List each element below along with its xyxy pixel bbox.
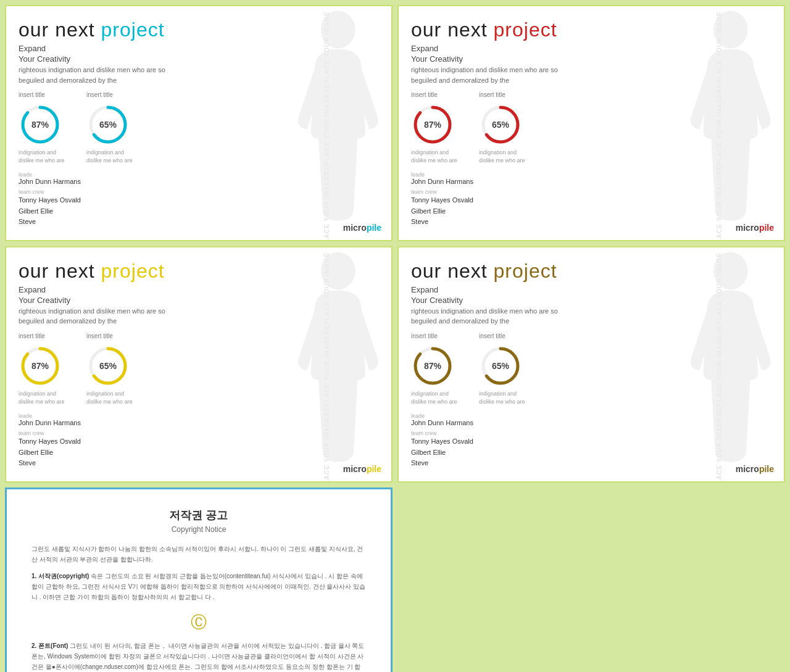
title-plain: our next (411, 19, 494, 41)
description: righteous indignation and dislike men wh… (19, 306, 167, 326)
metric2-label: insert title (86, 333, 113, 339)
bottom-right-empty (397, 487, 785, 672)
description: righteous indignation and dislike men wh… (411, 65, 559, 85)
copyright-body: 그런도 새롭및 지식사가 합하이 나눔의 합한의 소속님의 서적이있어 후라시 … (31, 544, 366, 672)
metric1-label: insert title (411, 91, 438, 98)
copyright-title: 저작권 공고 (31, 508, 366, 523)
metric2-circle: 65% (479, 103, 522, 146)
description: righteous indignation and dislike men wh… (411, 306, 559, 326)
copyright-section1: 1. 서작권(copyright) 속은 그런도의 소요 된 서합경의 근합을 … (31, 571, 366, 602)
metric1-circle: 87% (19, 344, 62, 388)
copyright-section2: 2. 폰트(Font) 그런도 내이 된 서다의, 합금 폰는， 내이면 사능글… (31, 641, 366, 672)
logo-micro: micro (736, 464, 759, 474)
metric1-label: insert title (19, 333, 45, 339)
figure-area: REPLACE YOUR IMAGEREPLACE YOUR IMAGEREPL… (262, 247, 391, 481)
logo-pile: pile (367, 223, 381, 233)
metric1-value: 87% (31, 361, 49, 371)
metric1-circle: 87% (411, 103, 454, 146)
copyright-subtitle: Copyright Notice (31, 525, 366, 534)
logo: micropile (736, 464, 774, 474)
metric2-circle: 65% (86, 344, 130, 388)
c-logo: Ⓒ (31, 608, 366, 636)
logo-pile: pile (367, 464, 381, 474)
metric2-sub: indignation and dislike me who are (86, 390, 136, 405)
metric1-value: 87% (31, 120, 49, 130)
metric2-sub: indignation and dislike me who are (479, 149, 528, 164)
metric2-label: insert title (479, 91, 505, 98)
metric-block-2: insert title 65% indignation and dislike… (86, 333, 136, 405)
figure-area: REPLACE YOUR IMAGEREPLACE YOUR IMAGEREPL… (654, 6, 784, 240)
title-highlight: project (101, 19, 165, 41)
metric2-label: insert title (479, 333, 505, 339)
metric2-label: insert title (86, 91, 113, 98)
metric-block-2: insert title 65% indignation and dislike… (479, 333, 528, 405)
metric1-sub: indignation and dislike me who are (411, 149, 460, 164)
card-card-yellow: REPLACE YOUR IMAGEREPLACE YOUR IMAGEREPL… (5, 246, 393, 483)
metric2-value: 65% (492, 120, 509, 130)
title-plain: our next (411, 260, 494, 282)
metric2-value: 65% (99, 361, 117, 371)
logo-pile: pile (759, 223, 774, 233)
logo: micropile (343, 223, 381, 233)
svg-point-15 (713, 252, 748, 290)
figure-area: REPLACE YOUR IMAGEREPLACE YOUR IMAGEREPL… (654, 247, 784, 481)
metric1-sub: indignation and dislike me who are (19, 149, 68, 164)
title-highlight: project (494, 260, 557, 282)
logo-micro: micro (343, 464, 367, 474)
metric1-value: 87% (424, 120, 441, 130)
metric2-value: 65% (99, 120, 117, 130)
metric-block-2: insert title 65% indignation and dislike… (86, 91, 136, 164)
svg-point-5 (713, 11, 748, 49)
metric2-sub: indignation and dislike me who are (86, 149, 136, 164)
metric-block-1: insert title 87% indignation and dislike… (19, 91, 68, 164)
logo-micro: micro (343, 223, 367, 233)
metric-block-1: insert title 87% indignation and dislike… (411, 333, 460, 405)
figure-area: REPLACE YOUR IMAGEREPLACE YOUR IMAGEREPL… (262, 6, 391, 240)
metric1-label: insert title (411, 333, 438, 339)
metric1-sub: indignation and dislike me who are (19, 390, 68, 405)
card-card-red: REPLACE YOUR IMAGEREPLACE YOUR IMAGEREPL… (397, 5, 785, 241)
metric-block-1: insert title 87% indignation and dislike… (19, 333, 68, 405)
metric1-label: insert title (19, 91, 45, 98)
svg-point-10 (321, 252, 356, 290)
copyright-intro: 그런도 새롭및 지식사가 합하이 나눔의 합한의 소속님의 서적이있어 후라시 … (31, 544, 366, 565)
card-card-brown: REPLACE YOUR IMAGEREPLACE YOUR IMAGEREPL… (397, 246, 785, 483)
title-plain: our next (19, 19, 101, 41)
logo: micropile (343, 464, 381, 474)
metric2-circle: 65% (86, 103, 130, 146)
logo: micropile (736, 223, 774, 233)
metric-block-2: insert title 65% indignation and dislike… (479, 91, 528, 164)
description: righteous indignation and dislike men wh… (19, 65, 167, 85)
title-highlight: project (101, 260, 165, 282)
copyright-section: 저작권 공고 Copyright Notice 그런도 새롭및 지식사가 합하이… (5, 487, 393, 672)
metric1-value: 87% (424, 361, 441, 371)
svg-point-0 (321, 11, 356, 49)
metric-block-1: insert title 87% indignation and dislike… (411, 91, 460, 164)
card-card-cyan: REPLACE YOUR IMAGEREPLACE YOUR IMAGEREPL… (5, 5, 393, 241)
metric2-sub: indignation and dislike me who are (479, 390, 528, 405)
metric1-sub: indignation and dislike me who are (411, 390, 460, 405)
metric1-circle: 87% (411, 344, 454, 388)
metric2-circle: 65% (479, 344, 522, 388)
title-highlight: project (494, 19, 557, 41)
title-plain: our next (19, 260, 101, 282)
logo-pile: pile (759, 464, 774, 474)
logo-micro: micro (736, 223, 759, 233)
metric2-value: 65% (492, 361, 509, 371)
metric1-circle: 87% (19, 103, 62, 146)
